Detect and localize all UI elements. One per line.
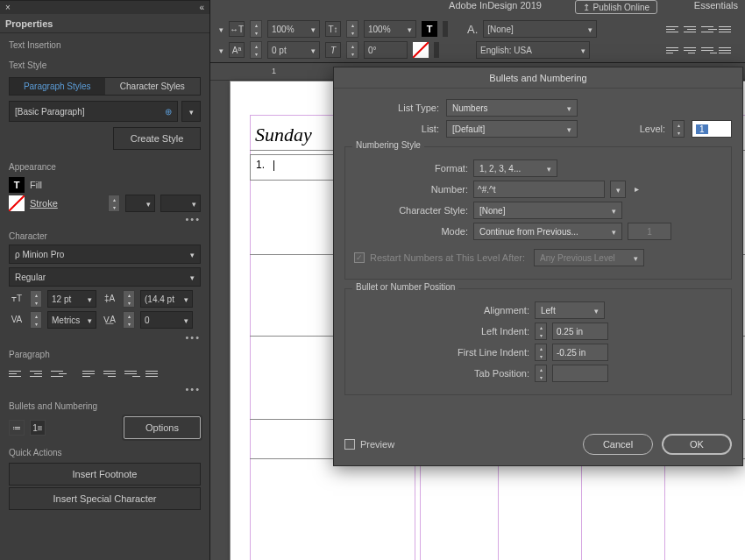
zoom1-select[interactable]: 100% — [267, 20, 320, 38]
p-align-left[interactable] — [9, 366, 25, 380]
align-right-button[interactable] — [701, 22, 717, 36]
baseline-stepper[interactable]: ▴▾ — [250, 41, 262, 59]
font-value: Minion Pro — [22, 250, 64, 259]
p-justify-right[interactable] — [124, 366, 140, 380]
language-select[interactable]: English: USA — [476, 41, 590, 59]
baseline-select[interactable]: 0 pt — [267, 41, 320, 59]
stroke-weight-stepper[interactable]: ▴▾ — [108, 195, 120, 212]
tab-position-stepper[interactable]: ▴▾ — [535, 365, 547, 382]
leading-stepper[interactable]: ▴▾ — [123, 290, 135, 308]
kerning-stepper[interactable]: ▴▾ — [30, 311, 42, 329]
fill-swatch[interactable]: T — [9, 177, 25, 193]
align-center-button[interactable] — [684, 22, 699, 36]
justify-left-button[interactable] — [666, 43, 682, 57]
weight-select[interactable]: Regular — [9, 267, 201, 287]
preview-label: Preview — [360, 439, 394, 450]
justify-all-button[interactable] — [719, 43, 734, 57]
number-menu-button[interactable] — [610, 181, 626, 198]
tab-character-styles[interactable]: Character Styles — [105, 78, 201, 95]
tab-position-input[interactable] — [552, 365, 608, 382]
zoom1-stepper[interactable]: ▴▾ — [250, 20, 262, 38]
level-value: 1 — [696, 124, 708, 134]
quick-actions-label: Quick Actions — [0, 441, 209, 461]
left-indent-stepper[interactable]: ▴▾ — [535, 323, 547, 340]
p-align-right[interactable] — [51, 366, 67, 380]
zoom2-select[interactable]: 100% — [364, 20, 416, 38]
publish-online-label: Publish Online — [593, 3, 649, 12]
paragraph-style-chevron[interactable] — [181, 101, 201, 122]
size-stepper[interactable]: ▴▾ — [30, 290, 42, 308]
paragraph-align-group — [663, 22, 738, 36]
table-cell-divider — [664, 458, 665, 560]
tracking-stepper[interactable]: ▴▾ — [123, 311, 135, 329]
alignment-select[interactable]: Left — [535, 301, 605, 319]
insert-metachar-icon[interactable]: ▸ — [635, 184, 645, 195]
context-label: Text Insertion — [0, 33, 209, 53]
justify-center-button[interactable] — [684, 43, 699, 57]
first-line-indent-value: -0.25 in — [557, 348, 585, 358]
textstyle-label: Text Style — [0, 53, 209, 74]
insert-footnote-button[interactable]: Insert Footnote — [9, 463, 201, 486]
publish-online-button[interactable]: ↥Publish Online — [575, 0, 657, 14]
workspace-switcher[interactable]: Essentials — [694, 0, 738, 11]
charstyle-select[interactable]: [None] — [483, 20, 597, 38]
dropdown-icon[interactable] — [219, 24, 224, 34]
restart-checkbox: ✓ — [354, 252, 365, 263]
style-tabs: Paragraph Styles Character Styles — [9, 77, 201, 96]
preview-checkbox[interactable] — [344, 439, 355, 450]
p-justify-center[interactable] — [103, 366, 119, 380]
align-left-button[interactable] — [666, 22, 682, 36]
p-align-center[interactable] — [30, 366, 46, 380]
weight-value: Regular — [15, 273, 46, 282]
language-value: English: USA — [480, 46, 532, 55]
skew-value[interactable]: 0° — [364, 41, 408, 59]
stroke-label[interactable]: Stroke — [30, 198, 58, 209]
level-stepper[interactable]: ▴▾ — [672, 120, 685, 138]
font-select[interactable]: ρ Minion Pro — [9, 245, 201, 264]
p-justify-all[interactable] — [145, 366, 161, 380]
scale-x-icon: ↔T — [229, 21, 245, 37]
ok-button[interactable]: OK — [662, 434, 732, 455]
mode-select[interactable]: Continue from Previous... — [473, 223, 622, 240]
number-input[interactable]: ^#.^t — [473, 181, 605, 198]
cancel-button[interactable]: Cancel — [583, 434, 653, 455]
appearance-more-icon[interactable]: ••• — [0, 214, 209, 224]
insert-special-char-button[interactable]: Insert Special Character — [9, 487, 201, 510]
leading-select[interactable]: (14.4 pt — [140, 290, 193, 308]
paragraph-more-icon[interactable]: ••• — [0, 384, 209, 394]
list-type-select[interactable]: Numbers — [446, 99, 578, 117]
first-line-indent-stepper[interactable]: ▴▾ — [535, 344, 547, 361]
list-type-value: Numbers — [452, 103, 488, 113]
list-select[interactable]: [Default] — [446, 120, 578, 138]
p-justify-left[interactable] — [82, 366, 98, 380]
size-select[interactable]: 12 pt — [47, 290, 96, 308]
character-more-icon[interactable]: ••• — [0, 332, 209, 343]
align-justify-button[interactable] — [719, 22, 734, 36]
leading-icon: ‡A — [102, 290, 117, 306]
kerning-select[interactable]: Metrics — [47, 311, 96, 329]
left-indent-input[interactable]: 0.25 in — [552, 323, 608, 340]
tracking-select[interactable]: 0 — [140, 311, 193, 329]
panel-close-icon[interactable]: × « — [0, 0, 209, 14]
first-line-indent-input[interactable]: -0.25 in — [552, 344, 608, 361]
zoom2-stepper[interactable]: ▴▾ — [346, 20, 358, 38]
numbered-list-button[interactable]: 1≡ — [30, 420, 46, 436]
level-input[interactable]: 1 — [692, 120, 732, 138]
format-select[interactable]: 1, 2, 3, 4... — [473, 159, 557, 177]
text-stroke-swatch[interactable] — [413, 42, 429, 58]
stroke-type-select[interactable] — [160, 195, 201, 212]
stroke-weight-select[interactable] — [125, 195, 155, 212]
character-label: Character — [0, 224, 209, 245]
tab-paragraph-styles[interactable]: Paragraph Styles — [10, 78, 105, 95]
new-style-icon[interactable]: ⊕ — [165, 107, 172, 117]
skew-stepper[interactable]: ▴▾ — [346, 41, 358, 59]
justify-right-button[interactable] — [701, 43, 717, 57]
charstyle-select[interactable]: [None] — [473, 202, 622, 219]
stroke-swatch[interactable] — [9, 195, 25, 211]
options-button[interactable]: Options — [124, 416, 201, 439]
text-fill-swatch[interactable]: T — [422, 21, 437, 37]
create-style-button[interactable]: Create Style — [113, 127, 201, 150]
dropdown-icon[interactable] — [219, 45, 224, 55]
paragraph-style-select[interactable]: [Basic Paragraph] ⊕ — [9, 101, 178, 122]
bulleted-list-button[interactable]: ≔ — [9, 420, 25, 436]
